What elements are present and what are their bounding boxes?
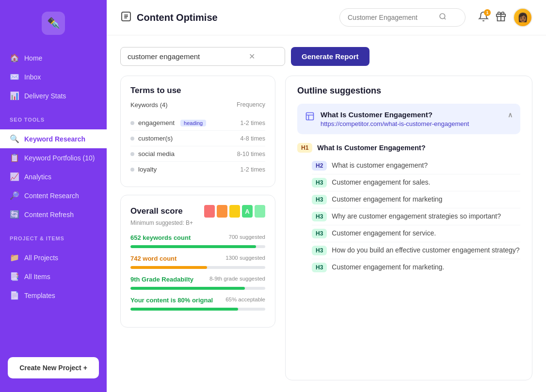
logo-icon: ✒️ (42, 12, 65, 35)
outline-child-text: Customer engagement for marketing (332, 195, 442, 204)
score-metric-label: 742 word count (130, 255, 177, 262)
term-text: social media (138, 150, 175, 157)
outline-child: H3 Customer engagement for service. (312, 225, 520, 242)
score-block (217, 205, 227, 218)
content-optimise-icon (120, 11, 132, 25)
topbar-search[interactable] (339, 8, 466, 27)
topbar-search-icon (439, 13, 447, 22)
score-block (229, 205, 240, 218)
page-title-area: Content Optimise (120, 11, 332, 25)
outline-child-tag: H3 (312, 195, 327, 204)
score-progress-fill (130, 308, 238, 311)
user-avatar[interactable]: 👩🏾 (513, 8, 532, 27)
sidebar-item-templates-label: Templates (24, 292, 55, 299)
terms-header: Keywords (4) Frequency (130, 101, 265, 110)
sidebar-item-all-items-label: All Items (24, 273, 50, 281)
term-row: customer(s) 4-8 times (130, 131, 265, 146)
term-row: loyalty 1-2 times (130, 162, 265, 177)
score-block: A (242, 205, 253, 218)
sidebar-item-analytics[interactable]: 📈 Analytics (0, 167, 107, 186)
outline-child-tag: H3 (312, 178, 327, 188)
templates-icon: 📄 (10, 291, 19, 300)
content-area: ✕ Generate Report Terms to use Keywords … (107, 35, 546, 392)
outline-child-tag: H3 (312, 263, 327, 272)
term-left: customer(s) (130, 135, 173, 142)
sidebar-item-content-refresh[interactable]: 🔄 Content Refresh (0, 205, 107, 224)
term-row: social media 8-10 times (130, 146, 265, 162)
svg-point-1 (440, 14, 445, 19)
outline-child: H2 What is customer engagement? (312, 157, 520, 174)
source-heading-row: What Is Customer Engagement? ∧ (321, 110, 513, 119)
terms-card-title: Terms to use (130, 86, 265, 95)
right-panel: Outline suggestions What Is Customer Eng… (285, 76, 532, 380)
score-progress-fill (130, 287, 245, 290)
score-metric-suggested: 1300 suggested (225, 255, 265, 264)
outline-child-text: Customer engagement for sales. (332, 178, 430, 188)
term-dot (130, 121, 134, 125)
term-dot (130, 168, 134, 172)
sidebar-item-delivery-label: Delivery Stats (24, 92, 66, 100)
create-project-button[interactable]: Create New Project + (8, 357, 99, 378)
seo-section-label: SEO Tools (0, 109, 107, 125)
collapse-icon[interactable]: ∧ (508, 111, 513, 119)
source-url[interactable]: https://competitor.com/what-is-customer-… (321, 120, 513, 127)
all-items-icon: 📑 (10, 272, 19, 281)
score-metric-suggested: 8-9th grade suggested (209, 276, 265, 285)
panels: Terms to use Keywords (4) Frequency enga… (120, 76, 532, 380)
score-metric-suggested: 65% acceptable (225, 297, 265, 306)
topbar-search-input[interactable] (348, 14, 435, 21)
generate-report-button[interactable]: Generate Report (291, 47, 369, 66)
term-text: loyalty (138, 166, 157, 173)
outline-h1-text: What Is Customer Engagement? (317, 144, 425, 152)
sidebar-item-home[interactable]: 🏠 Home (0, 48, 107, 67)
outline-child: H3 Customer engagement for marketing. (312, 259, 520, 276)
term-frequency: 1-2 times (241, 120, 265, 126)
notification-button[interactable]: 1 (478, 11, 489, 24)
score-card-title: Overall score (130, 206, 183, 216)
outline-child-text: How do you build an effective customer e… (332, 246, 519, 255)
score-metric-meta: 742 word count 1300 suggested (130, 255, 265, 264)
outline-child-tag: H3 (312, 212, 327, 221)
sidebar-item-keyword-research-label: Keyword Research (24, 135, 85, 143)
score-progress-fill (130, 245, 256, 248)
score-block (255, 205, 265, 218)
term-left: loyalty (130, 166, 157, 173)
terms-header-keywords: Keywords (4) (130, 101, 168, 109)
outline-h1-row: H1 What Is Customer Engagement? (297, 143, 520, 153)
sidebar-item-keyword-portfolios[interactable]: 📋 Keyword Portfolios (10) (0, 148, 107, 167)
score-metric: 9th Grade Readabilty 8-9th grade suggest… (130, 276, 265, 290)
score-metric-label: Your content is 80% orignal (130, 297, 213, 304)
gift-button[interactable] (496, 11, 506, 24)
seo-nav: 🔍 Keyword Research 📋 Keyword Portfolios … (0, 125, 107, 228)
source-heading-text: What Is Customer Engagement? (321, 110, 433, 119)
logo-area: ✒️ (0, 0, 107, 45)
sidebar-item-analytics-label: Analytics (24, 173, 51, 181)
sidebar-item-content-research-label: Content Research (24, 192, 79, 200)
sidebar-item-content-research[interactable]: 🔎 Content Research (0, 186, 107, 205)
term-left: social media (130, 150, 175, 157)
terms-list: engagement heading 1-2 times customer(s)… (130, 115, 265, 177)
score-metric: 742 word count 1300 suggested (130, 255, 265, 269)
page-title: Content Optimise (137, 12, 218, 23)
term-dot (130, 137, 134, 141)
keyword-research-icon: 🔍 (10, 134, 19, 143)
sidebar-bottom: Create New Project + (0, 347, 107, 392)
score-metric-suggested: 700 suggested (229, 234, 265, 243)
sidebar-item-all-projects[interactable]: 📁 All Projects (0, 248, 107, 267)
keyword-search-input[interactable] (128, 52, 244, 61)
sidebar: ✒️ 🏠 Home ✉️ Inbox 📊 Delivery Stats SEO … (0, 0, 107, 392)
sidebar-item-all-items[interactable]: 📑 All Items (0, 267, 107, 286)
term-dot (130, 152, 134, 156)
sidebar-item-delivery-stats[interactable]: 📊 Delivery Stats (0, 86, 107, 105)
score-progress-bar (130, 266, 265, 269)
svg-rect-4 (306, 113, 314, 120)
score-metric-meta: 652 keywords count 700 suggested (130, 234, 265, 243)
main-nav: 🏠 Home ✉️ Inbox 📊 Delivery Stats (0, 45, 107, 109)
sidebar-item-templates[interactable]: 📄 Templates (0, 286, 107, 305)
sidebar-item-inbox[interactable]: ✉️ Inbox (0, 67, 107, 86)
score-metric-label: 9th Grade Readabilty (130, 276, 193, 283)
term-row: engagement heading 1-2 times (130, 115, 265, 131)
sidebar-item-keyword-research[interactable]: 🔍 Keyword Research (0, 129, 107, 148)
project-section-label: Project & Items (0, 228, 107, 244)
clear-search-button[interactable]: ✕ (249, 53, 255, 61)
